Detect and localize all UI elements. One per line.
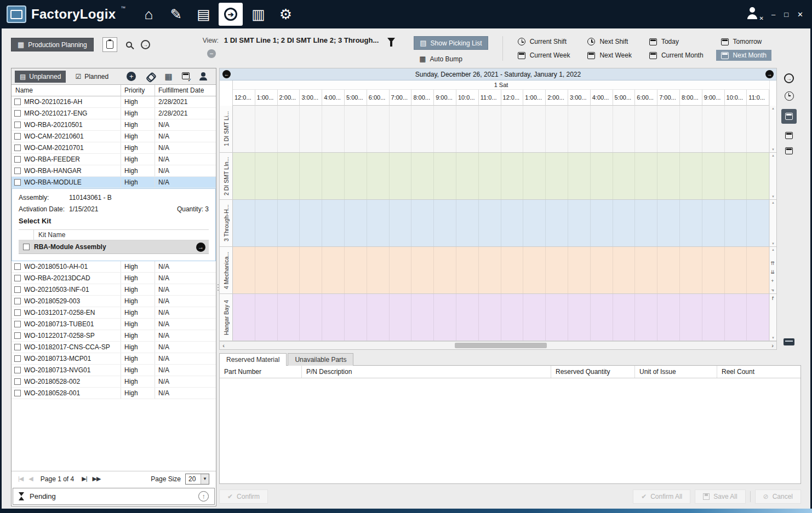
row-checkbox[interactable]	[14, 309, 21, 316]
dock-panel-icon[interactable]	[784, 338, 794, 345]
fit-icon[interactable]: I	[772, 296, 774, 301]
link-icon[interactable]	[146, 72, 156, 82]
prev-page-button[interactable]: ◀	[28, 475, 32, 482]
column-part-number[interactable]: Part Number	[220, 366, 302, 378]
row-checkbox[interactable]	[14, 110, 21, 117]
kit-row[interactable]: RBA-Module Assembly →	[19, 240, 209, 254]
maximize-button[interactable]: □	[784, 10, 788, 19]
prev-range-icon[interactable]: ←	[222, 70, 231, 78]
npi-edit-icon[interactable]: ✎	[164, 3, 188, 26]
lane-grid[interactable]	[233, 106, 769, 152]
zoom-in-icon[interactable]: +	[771, 279, 774, 284]
table-row[interactable]: WO-CAM-20210601 High N/A	[12, 131, 216, 142]
table-row[interactable]: WO-20180529-003 High N/A	[12, 296, 216, 307]
today-button[interactable]: Today	[644, 36, 708, 47]
current-month-button[interactable]: Current Month	[644, 50, 708, 61]
shift-view-clock-icon[interactable]	[785, 91, 794, 101]
first-page-button[interactable]: |◀	[18, 475, 23, 482]
auto-bump-button[interactable]: ▦ Auto Bump	[414, 53, 468, 65]
minimize-button[interactable]: –	[771, 10, 775, 19]
add-work-order-icon[interactable]: +	[127, 72, 136, 81]
column-reel-count[interactable]: Reel Count	[717, 366, 800, 378]
row-checkbox[interactable]	[14, 99, 21, 105]
current-week-button[interactable]: Current Week	[513, 50, 575, 61]
row-checkbox[interactable]	[14, 156, 21, 163]
row-checkbox[interactable]	[14, 168, 21, 174]
scrollbar-thumb[interactable]	[455, 343, 547, 348]
calendar-check-icon[interactable]	[182, 72, 190, 81]
row-checkbox[interactable]	[14, 344, 21, 350]
person-icon[interactable]	[199, 72, 207, 80]
row-checkbox[interactable]	[14, 145, 21, 151]
save-all-button[interactable]: Save All	[695, 489, 745, 504]
scroll-right-icon[interactable]: ›	[769, 342, 776, 349]
kit-checkbox[interactable]	[23, 244, 30, 250]
grid-plus-icon[interactable]: ▦	[165, 72, 173, 80]
row-checkbox[interactable]	[14, 332, 21, 339]
table-row[interactable]: WO-20180510-AH-01 High N/A	[12, 261, 216, 273]
table-row[interactable]: WO-10122017-0258-SP High N/A	[12, 330, 216, 342]
plan-kit-icon[interactable]: →	[196, 243, 205, 252]
table-row[interactable]: WO-10182017-CNS-CCA-SP High N/A	[12, 342, 216, 353]
search-icon[interactable]	[126, 42, 132, 48]
home-icon[interactable]: ⌂	[136, 3, 161, 26]
zoom-out-icon[interactable]: −	[771, 287, 774, 292]
row-checkbox[interactable]	[14, 286, 21, 293]
tab-reserved-material[interactable]: Reserved Material	[219, 353, 287, 366]
week-view-calendar-icon[interactable]	[785, 132, 793, 139]
expand-up-icon[interactable]: ↑	[198, 491, 209, 502]
lane-grid[interactable]	[233, 247, 769, 293]
table-row[interactable]: WO-CAM-20210701 High N/A	[12, 142, 216, 154]
view-value[interactable]: 1 DI SMT Line 1; 2 DI SMT LIne 2; 3 Thro…	[224, 36, 379, 44]
next-month-button[interactable]: Next Month	[716, 50, 771, 61]
table-row[interactable]: MRO-20210217-ENG High 2/28/2021	[12, 108, 216, 119]
tab-unavailable-parts[interactable]: Unavailable Parts	[288, 353, 353, 366]
show-picking-list-button[interactable]: ▤ Show Picking List	[414, 36, 488, 50]
tab-planned[interactable]: ☑ Planned	[70, 71, 113, 83]
table-row[interactable]: WO-20180713-NVG01 High N/A	[12, 365, 216, 376]
next-page-button[interactable]: ▶|	[82, 475, 87, 482]
logistics-icon[interactable]: ➔	[219, 3, 243, 26]
month-view-calendar-icon[interactable]	[785, 147, 793, 154]
table-row[interactable]: MRO-20210216-AH High 2/28/2021	[12, 96, 216, 108]
logout-user-icon[interactable]: ✕	[745, 7, 762, 21]
scroll-bottom-icon[interactable]: ⇊	[770, 270, 775, 275]
confirm-all-button[interactable]: ✔ Confirm All	[633, 489, 690, 504]
row-checkbox[interactable]	[14, 390, 21, 396]
table-row[interactable]: WO-RBA-HANGAR High N/A	[12, 165, 216, 177]
tab-unplanned[interactable]: ▤ Unplanned	[15, 71, 66, 83]
lane-scrollbar[interactable]: ▲▼	[769, 200, 776, 246]
row-checkbox[interactable]	[14, 122, 21, 128]
documents-icon[interactable]: ▤	[191, 3, 215, 26]
row-checkbox[interactable]	[14, 275, 21, 281]
row-checkbox[interactable]	[14, 321, 21, 327]
next-shift-button[interactable]: Next Shift	[582, 36, 636, 47]
table-row[interactable]: WO-20180713-TUBE01 High N/A	[12, 319, 216, 330]
go-to-date-icon[interactable]: →	[784, 73, 794, 83]
scrollbar-track[interactable]	[227, 342, 769, 349]
reports-icon[interactable]: ▥	[246, 3, 270, 26]
row-checkbox[interactable]	[14, 298, 21, 304]
row-checkbox[interactable]	[14, 367, 21, 373]
row-checkbox[interactable]	[14, 378, 21, 385]
table-row[interactable]: WO-RBA-FEEDER High N/A	[12, 154, 216, 165]
row-checkbox[interactable]	[14, 355, 21, 362]
table-row[interactable]: WO-20180528-001 High N/A	[12, 388, 216, 399]
table-row[interactable]: WO-RBA-20210501 High N/A	[12, 119, 216, 131]
column-name[interactable]: Name	[12, 87, 121, 94]
page-size-select[interactable]: 20 ▼	[185, 474, 209, 485]
tomorrow-button[interactable]: Tomorrow	[716, 36, 771, 47]
next-range-icon[interactable]: →	[765, 70, 774, 78]
lane-grid[interactable]	[233, 294, 769, 341]
collapse-panel-icon[interactable]: →	[141, 40, 150, 49]
last-page-button[interactable]: ▶▶	[93, 475, 101, 482]
table-row[interactable]: WO-20210503-INF-01 High N/A	[12, 284, 216, 296]
next-week-button[interactable]: Next Week	[582, 50, 636, 61]
scroll-left-icon[interactable]: ‹	[220, 342, 227, 349]
pending-bar[interactable]: Pending ↑	[13, 488, 215, 505]
table-row[interactable]: WO-20180528-002 High N/A	[12, 376, 216, 388]
close-button[interactable]: ✕	[797, 10, 803, 19]
confirm-button[interactable]: ✔ Confirm	[219, 489, 268, 504]
table-row[interactable]: WO-RBA-MODULE High N/A	[12, 177, 216, 188]
table-row[interactable]: WO-20180713-MCP01 High N/A	[12, 353, 216, 365]
